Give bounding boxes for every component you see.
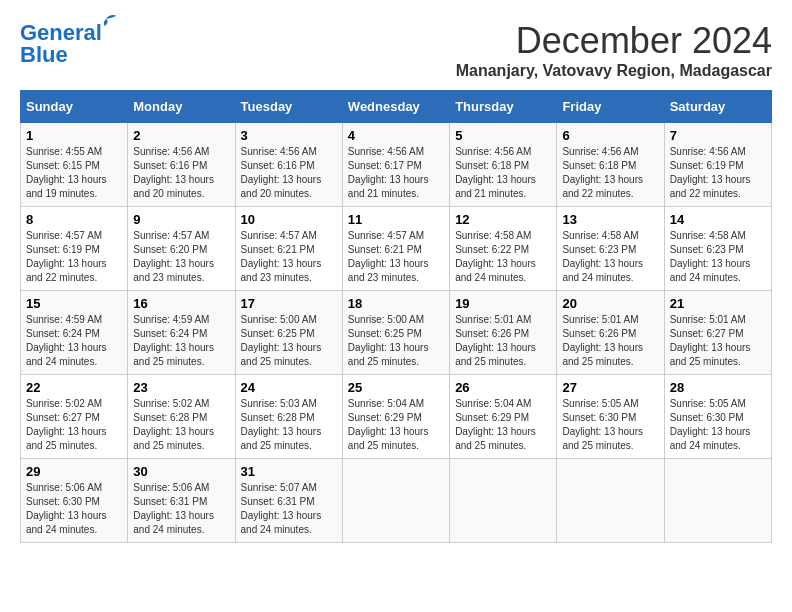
weekday-header-row: SundayMondayTuesdayWednesdayThursdayFrid… bbox=[21, 91, 772, 123]
day-number: 3 bbox=[241, 128, 337, 143]
calendar-cell: 1 Sunrise: 4:55 AM Sunset: 6:15 PM Dayli… bbox=[21, 123, 128, 207]
calendar-cell: 14 Sunrise: 4:58 AM Sunset: 6:23 PM Dayl… bbox=[664, 207, 771, 291]
day-info: Sunrise: 5:04 AM Sunset: 6:29 PM Dayligh… bbox=[348, 397, 444, 453]
day-info: Sunrise: 5:00 AM Sunset: 6:25 PM Dayligh… bbox=[241, 313, 337, 369]
day-number: 14 bbox=[670, 212, 766, 227]
day-number: 15 bbox=[26, 296, 122, 311]
weekday-header-sunday: Sunday bbox=[21, 91, 128, 123]
day-number: 4 bbox=[348, 128, 444, 143]
day-number: 21 bbox=[670, 296, 766, 311]
calendar-cell: 18 Sunrise: 5:00 AM Sunset: 6:25 PM Dayl… bbox=[342, 291, 449, 375]
week-row-1: 1 Sunrise: 4:55 AM Sunset: 6:15 PM Dayli… bbox=[21, 123, 772, 207]
weekday-header-saturday: Saturday bbox=[664, 91, 771, 123]
day-number: 18 bbox=[348, 296, 444, 311]
day-number: 24 bbox=[241, 380, 337, 395]
day-number: 11 bbox=[348, 212, 444, 227]
week-row-5: 29 Sunrise: 5:06 AM Sunset: 6:30 PM Dayl… bbox=[21, 459, 772, 543]
day-info: Sunrise: 5:02 AM Sunset: 6:28 PM Dayligh… bbox=[133, 397, 229, 453]
day-info: Sunrise: 5:03 AM Sunset: 6:28 PM Dayligh… bbox=[241, 397, 337, 453]
calendar-cell: 17 Sunrise: 5:00 AM Sunset: 6:25 PM Dayl… bbox=[235, 291, 342, 375]
day-info: Sunrise: 4:56 AM Sunset: 6:16 PM Dayligh… bbox=[241, 145, 337, 201]
calendar-cell: 28 Sunrise: 5:05 AM Sunset: 6:30 PM Dayl… bbox=[664, 375, 771, 459]
day-number: 9 bbox=[133, 212, 229, 227]
calendar-cell: 3 Sunrise: 4:56 AM Sunset: 6:16 PM Dayli… bbox=[235, 123, 342, 207]
day-info: Sunrise: 4:56 AM Sunset: 6:18 PM Dayligh… bbox=[455, 145, 551, 201]
day-number: 26 bbox=[455, 380, 551, 395]
day-info: Sunrise: 5:05 AM Sunset: 6:30 PM Dayligh… bbox=[562, 397, 658, 453]
weekday-header-tuesday: Tuesday bbox=[235, 91, 342, 123]
day-number: 7 bbox=[670, 128, 766, 143]
calendar-cell: 7 Sunrise: 4:56 AM Sunset: 6:19 PM Dayli… bbox=[664, 123, 771, 207]
day-info: Sunrise: 4:56 AM Sunset: 6:16 PM Dayligh… bbox=[133, 145, 229, 201]
day-number: 30 bbox=[133, 464, 229, 479]
day-info: Sunrise: 5:07 AM Sunset: 6:31 PM Dayligh… bbox=[241, 481, 337, 537]
calendar-cell: 27 Sunrise: 5:05 AM Sunset: 6:30 PM Dayl… bbox=[557, 375, 664, 459]
day-info: Sunrise: 4:55 AM Sunset: 6:15 PM Dayligh… bbox=[26, 145, 122, 201]
day-info: Sunrise: 5:05 AM Sunset: 6:30 PM Dayligh… bbox=[670, 397, 766, 453]
day-info: Sunrise: 5:06 AM Sunset: 6:31 PM Dayligh… bbox=[133, 481, 229, 537]
logo-bird-icon bbox=[98, 12, 120, 34]
day-info: Sunrise: 4:56 AM Sunset: 6:19 PM Dayligh… bbox=[670, 145, 766, 201]
day-info: Sunrise: 4:56 AM Sunset: 6:18 PM Dayligh… bbox=[562, 145, 658, 201]
calendar-cell: 21 Sunrise: 5:01 AM Sunset: 6:27 PM Dayl… bbox=[664, 291, 771, 375]
calendar-cell: 25 Sunrise: 5:04 AM Sunset: 6:29 PM Dayl… bbox=[342, 375, 449, 459]
calendar-cell bbox=[450, 459, 557, 543]
week-row-4: 22 Sunrise: 5:02 AM Sunset: 6:27 PM Dayl… bbox=[21, 375, 772, 459]
location-title: Mananjary, Vatovavy Region, Madagascar bbox=[456, 62, 772, 80]
week-row-2: 8 Sunrise: 4:57 AM Sunset: 6:19 PM Dayli… bbox=[21, 207, 772, 291]
calendar-cell: 24 Sunrise: 5:03 AM Sunset: 6:28 PM Dayl… bbox=[235, 375, 342, 459]
calendar-cell: 12 Sunrise: 4:58 AM Sunset: 6:22 PM Dayl… bbox=[450, 207, 557, 291]
day-number: 23 bbox=[133, 380, 229, 395]
calendar-cell bbox=[664, 459, 771, 543]
day-number: 31 bbox=[241, 464, 337, 479]
calendar-cell: 11 Sunrise: 4:57 AM Sunset: 6:21 PM Dayl… bbox=[342, 207, 449, 291]
calendar-cell: 16 Sunrise: 4:59 AM Sunset: 6:24 PM Dayl… bbox=[128, 291, 235, 375]
calendar-cell bbox=[342, 459, 449, 543]
calendar-cell bbox=[557, 459, 664, 543]
calendar-cell: 20 Sunrise: 5:01 AM Sunset: 6:26 PM Dayl… bbox=[557, 291, 664, 375]
day-info: Sunrise: 5:00 AM Sunset: 6:25 PM Dayligh… bbox=[348, 313, 444, 369]
day-info: Sunrise: 4:59 AM Sunset: 6:24 PM Dayligh… bbox=[133, 313, 229, 369]
day-number: 16 bbox=[133, 296, 229, 311]
header: General Blue December 2024 Mananjary, Va… bbox=[20, 20, 772, 80]
day-number: 8 bbox=[26, 212, 122, 227]
day-number: 29 bbox=[26, 464, 122, 479]
weekday-header-thursday: Thursday bbox=[450, 91, 557, 123]
calendar-cell: 2 Sunrise: 4:56 AM Sunset: 6:16 PM Dayli… bbox=[128, 123, 235, 207]
day-number: 2 bbox=[133, 128, 229, 143]
day-info: Sunrise: 5:06 AM Sunset: 6:30 PM Dayligh… bbox=[26, 481, 122, 537]
day-info: Sunrise: 5:01 AM Sunset: 6:27 PM Dayligh… bbox=[670, 313, 766, 369]
day-number: 25 bbox=[348, 380, 444, 395]
calendar-cell: 6 Sunrise: 4:56 AM Sunset: 6:18 PM Dayli… bbox=[557, 123, 664, 207]
weekday-header-monday: Monday bbox=[128, 91, 235, 123]
month-title: December 2024 bbox=[456, 20, 772, 62]
calendar-cell: 26 Sunrise: 5:04 AM Sunset: 6:29 PM Dayl… bbox=[450, 375, 557, 459]
day-number: 27 bbox=[562, 380, 658, 395]
day-number: 13 bbox=[562, 212, 658, 227]
calendar-cell: 5 Sunrise: 4:56 AM Sunset: 6:18 PM Dayli… bbox=[450, 123, 557, 207]
day-number: 28 bbox=[670, 380, 766, 395]
day-info: Sunrise: 4:57 AM Sunset: 6:21 PM Dayligh… bbox=[241, 229, 337, 285]
calendar-cell: 4 Sunrise: 4:56 AM Sunset: 6:17 PM Dayli… bbox=[342, 123, 449, 207]
day-info: Sunrise: 5:01 AM Sunset: 6:26 PM Dayligh… bbox=[562, 313, 658, 369]
day-info: Sunrise: 4:58 AM Sunset: 6:23 PM Dayligh… bbox=[562, 229, 658, 285]
day-number: 22 bbox=[26, 380, 122, 395]
day-info: Sunrise: 5:04 AM Sunset: 6:29 PM Dayligh… bbox=[455, 397, 551, 453]
calendar-cell: 9 Sunrise: 4:57 AM Sunset: 6:20 PM Dayli… bbox=[128, 207, 235, 291]
calendar-cell: 8 Sunrise: 4:57 AM Sunset: 6:19 PM Dayli… bbox=[21, 207, 128, 291]
logo: General Blue bbox=[20, 20, 102, 68]
calendar-cell: 23 Sunrise: 5:02 AM Sunset: 6:28 PM Dayl… bbox=[128, 375, 235, 459]
weekday-header-wednesday: Wednesday bbox=[342, 91, 449, 123]
calendar-cell: 15 Sunrise: 4:59 AM Sunset: 6:24 PM Dayl… bbox=[21, 291, 128, 375]
calendar-cell: 22 Sunrise: 5:02 AM Sunset: 6:27 PM Dayl… bbox=[21, 375, 128, 459]
calendar-cell: 13 Sunrise: 4:58 AM Sunset: 6:23 PM Dayl… bbox=[557, 207, 664, 291]
day-info: Sunrise: 4:57 AM Sunset: 6:21 PM Dayligh… bbox=[348, 229, 444, 285]
calendar-cell: 10 Sunrise: 4:57 AM Sunset: 6:21 PM Dayl… bbox=[235, 207, 342, 291]
day-info: Sunrise: 4:59 AM Sunset: 6:24 PM Dayligh… bbox=[26, 313, 122, 369]
day-number: 17 bbox=[241, 296, 337, 311]
day-info: Sunrise: 4:58 AM Sunset: 6:23 PM Dayligh… bbox=[670, 229, 766, 285]
day-number: 5 bbox=[455, 128, 551, 143]
day-number: 6 bbox=[562, 128, 658, 143]
day-info: Sunrise: 4:57 AM Sunset: 6:20 PM Dayligh… bbox=[133, 229, 229, 285]
day-number: 20 bbox=[562, 296, 658, 311]
